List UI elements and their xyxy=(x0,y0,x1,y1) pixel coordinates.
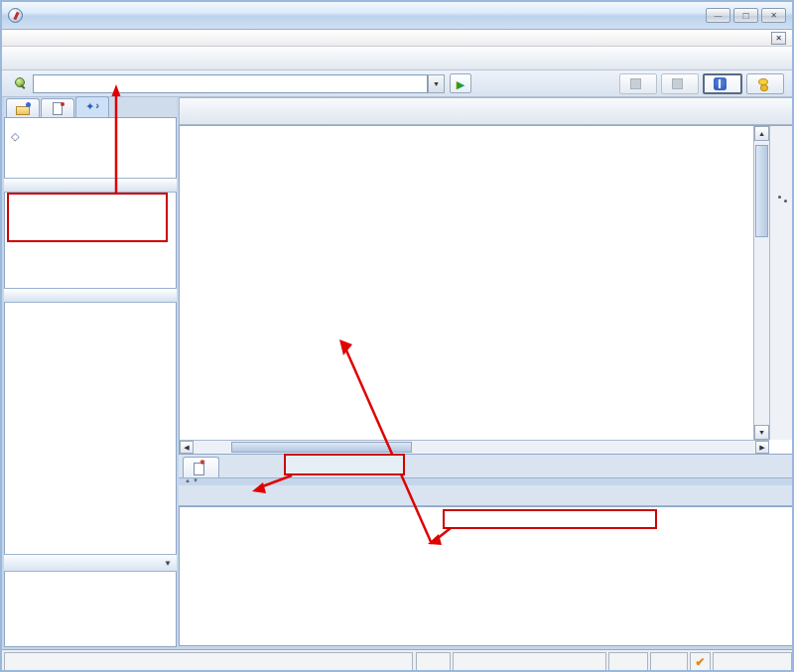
document-icon xyxy=(50,102,66,115)
document-properties-panel xyxy=(4,572,177,647)
close-button[interactable] xyxy=(761,8,786,23)
scroll-up-icon[interactable] xyxy=(754,126,769,141)
maximize-button[interactable] xyxy=(733,8,758,23)
pin-icon[interactable] xyxy=(15,77,27,89)
document-properties-header[interactable] xyxy=(4,554,177,572)
status-ext-toggle[interactable] xyxy=(650,652,688,672)
tab-favorites[interactable] xyxy=(6,98,40,117)
xml-editor xyxy=(179,125,794,455)
document-tab-strip xyxy=(179,455,794,478)
marker-dot xyxy=(784,200,787,202)
viewer-icon xyxy=(756,77,769,90)
view-switcher xyxy=(619,73,784,94)
schema-view-button xyxy=(619,73,657,94)
tab-xpath-navigator[interactable] xyxy=(75,96,109,117)
menu-bar xyxy=(2,30,792,47)
status-message xyxy=(4,652,413,672)
marker-dot xyxy=(778,196,781,199)
xpath-bar xyxy=(2,70,792,97)
check-icon xyxy=(695,655,705,669)
outliner-icon xyxy=(671,77,684,90)
xpath-results-panel xyxy=(179,506,794,646)
code-area[interactable] xyxy=(180,126,753,440)
window-controls xyxy=(706,8,786,23)
status-dtd-toggle[interactable] xyxy=(608,652,648,672)
document-tab[interactable] xyxy=(183,457,219,477)
bottom-panel-tabs xyxy=(179,485,794,506)
editor-view-button[interactable] xyxy=(703,73,742,94)
attributes-header xyxy=(4,178,177,193)
elements-header xyxy=(4,288,177,303)
app-window xyxy=(0,0,794,672)
modified-file-icon xyxy=(193,462,204,474)
xpath-input[interactable] xyxy=(33,74,428,93)
xpath-history-dropdown[interactable] xyxy=(428,74,445,93)
status-bar xyxy=(2,649,792,672)
play-icon xyxy=(457,78,464,90)
editor-icon xyxy=(714,77,727,90)
close-document-icon[interactable] xyxy=(771,32,786,45)
outliner-view-button xyxy=(661,73,699,94)
results-header xyxy=(180,510,793,526)
scrollbar-thumb[interactable] xyxy=(755,145,768,237)
viewer-view-button[interactable] xyxy=(746,73,784,94)
current-element-panel xyxy=(4,118,177,178)
schema-icon xyxy=(629,77,642,90)
attributes-panel[interactable] xyxy=(4,193,177,288)
scroll-down-icon[interactable] xyxy=(754,425,769,440)
xpath-navigator-icon xyxy=(84,101,100,114)
minimize-button[interactable] xyxy=(706,8,730,23)
status-file-type xyxy=(453,652,606,672)
status-empty-cell xyxy=(416,652,451,672)
panel-splitter[interactable] xyxy=(179,478,794,485)
scroll-left-icon[interactable] xyxy=(180,441,194,454)
main-toolbar xyxy=(2,47,792,70)
editor-horizontal-scrollbar[interactable] xyxy=(180,440,769,454)
scrollbar-thumb[interactable] xyxy=(231,442,412,453)
elements-list xyxy=(4,303,177,554)
titlebar xyxy=(2,2,792,30)
editor-vertical-scrollbar[interactable] xyxy=(753,126,769,440)
validation-status xyxy=(690,652,711,672)
app-icon xyxy=(8,8,23,23)
status-caret-position xyxy=(713,652,792,672)
error-marker-strip xyxy=(769,126,793,440)
folder-pin-icon xyxy=(15,102,31,115)
tab-templates[interactable] xyxy=(41,98,74,117)
editor-toolbar xyxy=(179,97,794,125)
scroll-right-icon[interactable] xyxy=(755,441,769,454)
element-icon xyxy=(11,130,19,142)
sidebar-tabs xyxy=(4,97,177,118)
execute-xpath-button[interactable] xyxy=(450,73,471,93)
chevron-down-icon xyxy=(164,559,172,568)
